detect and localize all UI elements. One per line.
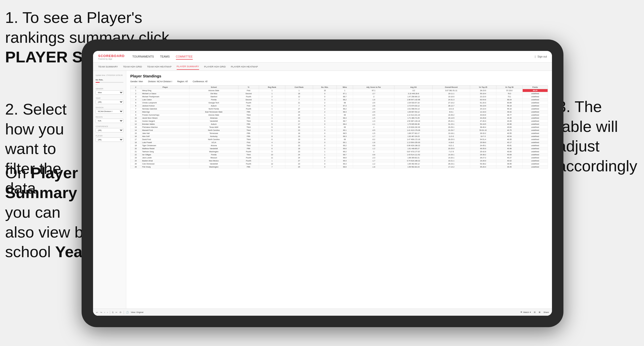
cell-no-rds: 2 — [313, 110, 337, 114]
region-select[interactable]: N/A All — [96, 119, 123, 123]
cell-points: undefined — [523, 123, 548, 126]
share-btn[interactable]: Share — [544, 311, 549, 313]
conference-select[interactable]: (All) — [96, 128, 123, 132]
cell-rank: 1 — [131, 89, 141, 92]
cell-conf-rank: 25 — [285, 165, 313, 169]
cell-player: Cole Sherwood — [141, 162, 189, 165]
redo-icon[interactable]: ↪ — [100, 311, 102, 314]
cell-yr: Fifth — [238, 117, 259, 120]
table-row: 20 Matthew Riedel Vanderbilt Fifth 6 18 … — [131, 147, 548, 150]
sign-out-link[interactable]: Sign out — [537, 55, 547, 58]
nav-right: | Sign out — [535, 55, 547, 58]
cell-wins: 68.3 — [337, 110, 353, 114]
sub-nav-team-h2h-heatmap[interactable]: TEAM H2H HEATMAP — [147, 64, 172, 70]
cell-wins: 69.1 — [337, 141, 353, 144]
cell-conf-rank: 7 — [285, 98, 313, 101]
cell-avg-sg: 0.87 473-177-57 — [394, 150, 433, 153]
cell-wins: 68.3 — [337, 135, 353, 138]
clock-icon[interactable]: 🕐 — [126, 311, 129, 314]
cell-school: Georgia Tech — [189, 101, 238, 104]
cell-overall: 17-14-2 — [433, 165, 470, 169]
share-label: Share — [544, 311, 549, 313]
cell-no-rds: 0 — [313, 141, 337, 144]
cell-points: undefined — [523, 92, 548, 95]
cell-reg-rank: 6 — [259, 147, 285, 150]
cell-adj-score: -2.5 — [353, 101, 394, 104]
player-standings-table: # Player School Yr Reg Rank Conf Rank No… — [130, 85, 548, 169]
sub-nav-player-h2h-grid[interactable]: PLAYER H2H GRID — [204, 64, 226, 70]
cell-player: Maxwell Ford — [141, 129, 189, 132]
table-row: 15 Jake Hall Tennessee Fifth 7 18 0 68.5… — [131, 132, 548, 135]
player-select[interactable]: (All) — [96, 137, 123, 142]
slider-track[interactable] — [96, 82, 123, 83]
copy-icon[interactable]: ⎘ — [112, 311, 113, 314]
cell-vs25: 54-51-4 — [470, 138, 496, 141]
cell-overall: 4-18-0 — [433, 141, 470, 144]
filter-btn[interactable]: ⊟ — [534, 311, 536, 313]
watch-btn[interactable]: 👁 Watch ▾ — [520, 311, 531, 313]
col-vs-top-25: Vs Top 25 — [470, 86, 496, 89]
cell-vs25: 22-22-0 — [470, 95, 496, 98]
sub-nav-team-h2h-grid[interactable]: TEAM H2H GRID — [123, 64, 142, 70]
cell-overall: 14-20-1 — [433, 156, 470, 159]
cell-vs50: 39.95 — [496, 162, 522, 165]
nav-item-committee[interactable]: COMMITTEE — [176, 54, 193, 60]
cell-rank: 24 — [131, 159, 141, 162]
cell-wins: 69 — [337, 126, 353, 129]
division-select[interactable]: NCAA Division I NCAA Division II NCAA Di… — [96, 109, 123, 114]
gender-select[interactable]: Men Women — [96, 90, 123, 95]
cell-avg-sg: 3.10 440-26-6 — [394, 92, 433, 95]
cell-vs25: 53-38-2 — [470, 162, 496, 165]
cell-school: Vanderbilt — [189, 147, 238, 150]
prev-icon[interactable]: ‹ — [104, 311, 105, 314]
cell-no-rds: 0 — [313, 92, 337, 95]
cell-adj-score: -1.1 — [353, 123, 394, 126]
cell-no-rds: 1 — [313, 153, 337, 156]
cell-adj-score: -2.7 — [353, 92, 394, 95]
cell-vs25: 50-19-9 — [470, 104, 496, 107]
nav-item-tournaments[interactable]: TOURNAMENTS — [132, 54, 154, 60]
cell-adj-score: -1.5 — [353, 117, 394, 120]
cell-vs50: 78.3 — [496, 92, 522, 95]
cell-no-rds: 0 — [313, 123, 337, 126]
cell-player: Michael Le Sasso — [141, 92, 189, 95]
cut-icon[interactable]: ✂ — [115, 311, 118, 314]
cell-overall: 27-10-2 — [433, 101, 470, 104]
next-icon[interactable]: › — [107, 311, 108, 314]
grid-btn[interactable]: ⊞ — [539, 311, 540, 313]
cell-school: Arizona State — [189, 114, 238, 117]
cell-overall: 26-23-1 — [433, 162, 470, 165]
cell-wins: 68.2 — [337, 107, 353, 110]
table-row: 13 Phichakun Maichon Texas A&M Third 6 3… — [131, 126, 548, 129]
annotation-number-1: 1. — [5, 9, 18, 26]
cell-adj-score: -1 — [353, 126, 394, 129]
year-select[interactable]: (All) First Second Third Fourth Fifth — [96, 100, 123, 104]
sub-nav-player-h2h-heatmap[interactable]: PLAYER H2H HEATMAP — [231, 64, 258, 70]
cell-overall: 13-18-1 — [433, 132, 470, 135]
sub-nav-player-summary[interactable]: PLAYER SUMMARY — [177, 63, 199, 70]
cell-no-rds: 0 — [313, 132, 337, 135]
cell-no-rds: 1 — [313, 126, 337, 129]
undo-icon[interactable]: ↩ — [96, 311, 98, 314]
col-conf-rank: Conf Rank — [285, 86, 313, 89]
cell-rank: 18 — [131, 141, 141, 144]
cell-conf-rank: 23 — [285, 150, 313, 153]
sub-nav-team-summary[interactable]: TEAM SUMMARY — [98, 64, 118, 70]
cell-wins: 68.7 — [337, 95, 353, 98]
cell-points: undefined — [523, 114, 548, 117]
logo-sub: Powered by clippi — [98, 58, 125, 60]
cell-reg-rank: 4 — [259, 120, 285, 123]
cell-overall: 25-22-1 — [433, 120, 470, 123]
nav-item-teams[interactable]: TEAMS — [160, 54, 170, 60]
cell-wins: 69.2 — [337, 144, 353, 147]
region-label: Region — [96, 116, 123, 118]
table-row: 5 Christo Lamprecht Georgia Tech Fourth … — [131, 101, 548, 104]
cell-reg-rank: 4 — [259, 141, 285, 144]
cell-rank: 19 — [131, 144, 141, 147]
view-original-btn[interactable]: View: Original — [131, 311, 143, 313]
cell-reg-rank: 1 — [259, 104, 285, 107]
cell-vs25: 63-54-6 — [470, 98, 496, 101]
cell-vs50: 43.49 — [496, 120, 522, 123]
refresh-icon[interactable]: ⟳ — [120, 311, 122, 314]
cell-vs25: 26-32-2 — [470, 132, 496, 135]
